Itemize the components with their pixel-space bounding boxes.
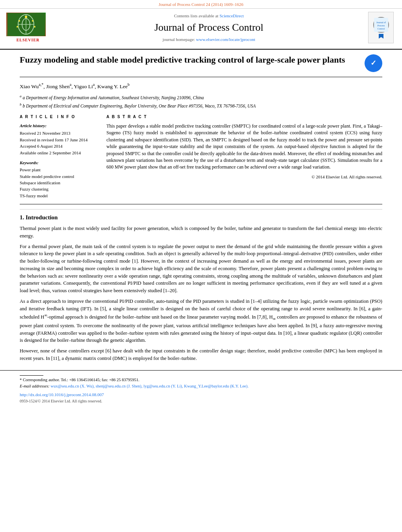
journal-logo-circle: Journal of Process Control xyxy=(373,17,389,33)
doi-link[interactable]: http://dx.doi.org/10.1016/j.jprocont.201… xyxy=(20,392,382,398)
svg-text:Journal of: Journal of xyxy=(376,21,385,24)
accepted-date: Accepted 6 August 2014 xyxy=(20,143,99,149)
right-column: A B S T R A C T This paper develops a st… xyxy=(106,114,382,199)
footnote-emails: E-mail addresses: wux@seu.edu.cn (X. Wu)… xyxy=(20,384,382,389)
contents-available: Contents lists available at ScienceDirec… xyxy=(54,13,364,19)
svg-point-9 xyxy=(34,26,35,28)
left-column: A R T I C L E I N F O Article history: R… xyxy=(20,114,99,199)
bookmark-icon xyxy=(378,34,385,39)
article-content: Fuzzy modeling and stable model predicti… xyxy=(0,50,402,370)
article-footer: * Corresponding author. Tel.: +86 136451… xyxy=(0,370,402,408)
email-link[interactable]: wux@seu.edu.cn (X. Wu), shenj@seu.edu.cn… xyxy=(50,384,248,388)
article-history-label: Article history: xyxy=(20,123,99,129)
svg-text:Process: Process xyxy=(377,24,385,27)
affiliation-b: b b Department of Electrical and Compute… xyxy=(20,102,382,109)
journal-logo-right: Journal of Process Control xyxy=(368,12,396,43)
revised-date: Received in revised form 17 June 2014 xyxy=(20,137,99,143)
issn-line: 0959-1524/© 2014 Elsevier Ltd. All right… xyxy=(20,399,382,404)
journal-homepage: journal homepage: www.elsevier.com/locat… xyxy=(54,37,364,43)
journal-logo-box: Journal of Process Control xyxy=(368,12,394,43)
affiliation-a: a a Department of Energy Information and… xyxy=(20,94,382,101)
intro-para3: As a direct approach to improve the conv… xyxy=(20,298,382,344)
svg-point-6 xyxy=(19,20,20,22)
article-info-header: A R T I C L E I N F O xyxy=(20,114,99,120)
journal-title: Journal of Process Control xyxy=(54,20,364,35)
elsevier-logo: ELSEVIER xyxy=(6,13,50,43)
elsevier-brand-text: ELSEVIER xyxy=(6,37,50,43)
keyword-4: Fuzzy clustering xyxy=(20,186,99,192)
svg-text:Control: Control xyxy=(377,28,385,30)
intro-heading: 1. Introduction xyxy=(20,213,382,222)
volume-info: Journal of Process Control 24 (2014) 160… xyxy=(0,0,402,9)
svg-point-8 xyxy=(17,26,18,28)
intro-para4: However, none of these controllers excep… xyxy=(20,347,382,362)
footer-separator xyxy=(20,375,43,376)
affiliations: a a Department of Energy Information and… xyxy=(20,94,382,109)
copyright-line: © 2014 Elsevier Ltd. All rights reserved… xyxy=(106,174,382,180)
svg-point-5 xyxy=(25,16,27,18)
elsevier-logo-image xyxy=(6,13,46,36)
svg-point-7 xyxy=(32,20,34,22)
svg-marker-14 xyxy=(379,34,383,39)
keyword-3: Subspace identification xyxy=(20,180,99,186)
authors-line: Xiao Wua,*, Jiong Shena, Yiguo Lia, Kwan… xyxy=(20,82,382,90)
section-divider xyxy=(20,209,382,209)
article-info-abstract: A R T I C L E I N F O Article history: R… xyxy=(20,114,382,204)
abstract-header: A B S T R A C T xyxy=(106,114,382,120)
header-main: ELSEVIER Contents lists available at Sci… xyxy=(0,9,402,46)
homepage-link[interactable]: www.elsevier.com/locate/jprocont xyxy=(196,37,255,42)
footnote-star: * Corresponding author. Tel.: +86 136451… xyxy=(20,377,382,383)
abstract-text: This paper develops a stable model predi… xyxy=(106,123,382,171)
received-date: Received 21 November 2013 xyxy=(20,130,99,136)
intro-para2: For a thermal power plant, the main task… xyxy=(20,243,382,295)
crossmark-logo[interactable]: ✓ xyxy=(365,54,382,72)
keyword-1: Power plant xyxy=(20,167,99,173)
journal-header: Journal of Process Control 24 (2014) 160… xyxy=(0,0,402,50)
intro-para1: Thermal power plant is the most widely u… xyxy=(20,225,382,240)
article-title: Fuzzy modeling and stable model predicti… xyxy=(20,54,345,66)
keyword-5: TS-fuzzy model xyxy=(20,193,99,199)
article-title-section: Fuzzy modeling and stable model predicti… xyxy=(20,54,382,77)
sciencedirect-link[interactable]: ScienceDirect xyxy=(220,13,244,18)
keyword-2: Stable model predictive control xyxy=(20,174,99,180)
keywords-label: Keywords: xyxy=(20,160,99,166)
header-center: Contents lists available at ScienceDirec… xyxy=(54,13,364,43)
available-date: Available online 2 September 2014 xyxy=(20,150,99,156)
